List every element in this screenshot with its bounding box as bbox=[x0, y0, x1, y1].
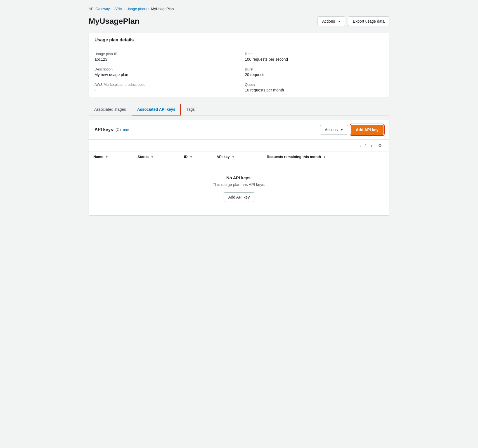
table-body: No API keys. This usage plan has API key… bbox=[89, 162, 389, 216]
sort-api-key-icon: ▼ bbox=[232, 155, 235, 159]
tabs-container: Associated stages Associated API keys Ta… bbox=[89, 104, 389, 115]
detail-rate: Rate 100 requests per second bbox=[245, 52, 384, 62]
detail-value-usage-plan-id: abc123 bbox=[94, 57, 233, 62]
pagination-next-button[interactable]: › bbox=[369, 142, 374, 149]
detail-label-marketplace-code: AWS Marketplace product code bbox=[94, 82, 233, 87]
card-body: Usage plan ID abc123 Description My new … bbox=[89, 47, 389, 97]
detail-value-quota: 10 requests per month bbox=[245, 88, 384, 92]
actions-dropdown-arrow: ▼ bbox=[338, 20, 340, 23]
detail-value-description: My new usage plan bbox=[94, 72, 233, 77]
detail-description: Description My new usage plan bbox=[94, 67, 233, 77]
col-requests-remaining[interactable]: Requests remaining this month ▼ bbox=[262, 152, 389, 162]
detail-usage-plan-id: Usage plan ID abc123 bbox=[94, 52, 233, 62]
detail-label-rate: Rate bbox=[245, 52, 384, 56]
empty-state-add-button[interactable]: Add API key bbox=[224, 192, 254, 202]
api-keys-title: API keys bbox=[94, 127, 113, 132]
table-header: Name ▼ Status ▼ ID ▼ API key bbox=[89, 152, 389, 162]
detail-value-burst: 20 requests bbox=[245, 72, 384, 77]
tab-associated-stages[interactable]: Associated stages bbox=[89, 104, 132, 115]
breadcrumb-usage-plans[interactable]: Usage plans bbox=[126, 7, 146, 11]
chevron-left-icon: ‹ bbox=[359, 143, 361, 148]
col-status[interactable]: Status ▼ bbox=[133, 152, 179, 162]
detail-value-marketplace-code: - bbox=[94, 88, 233, 92]
breadcrumb-sep-2: › bbox=[124, 7, 125, 11]
tabs: Associated stages Associated API keys Ta… bbox=[89, 104, 389, 115]
sort-status-icon: ▼ bbox=[151, 155, 153, 159]
breadcrumb: API Gateway › APIs › Usage plans › MyUsa… bbox=[89, 7, 389, 11]
header-actions: Actions ▼ Export usage data bbox=[318, 16, 389, 26]
tab-associated-api-keys[interactable]: Associated API keys bbox=[132, 104, 181, 115]
col-id[interactable]: ID ▼ bbox=[179, 152, 212, 162]
breadcrumb-sep-3: › bbox=[148, 7, 150, 11]
empty-state-cell: No API keys. This usage plan has API key… bbox=[89, 162, 389, 216]
page-title: MyUsagePlan bbox=[89, 17, 139, 26]
breadcrumb-sep-1: › bbox=[112, 7, 113, 11]
add-api-key-button[interactable]: Add API key bbox=[351, 125, 384, 135]
api-keys-section: API keys (0) Info Actions ▼ Add API key … bbox=[89, 120, 389, 216]
empty-state-title: No API keys. bbox=[94, 175, 384, 180]
detail-quota: Quota 10 requests per month bbox=[245, 82, 384, 92]
sort-requests-icon: ▼ bbox=[323, 155, 326, 159]
breadcrumb-current: MyUsagePlan bbox=[151, 7, 174, 11]
pagination-row: ‹ 1 › ⚙ bbox=[89, 140, 389, 152]
details-grid: Usage plan ID abc123 Description My new … bbox=[89, 47, 389, 97]
section-header: API keys (0) Info Actions ▼ Add API key bbox=[89, 120, 389, 140]
settings-icon: ⚙ bbox=[378, 143, 382, 148]
info-link[interactable]: Info bbox=[123, 128, 129, 132]
detail-label-quota: Quota bbox=[245, 82, 384, 87]
detail-label-usage-plan-id: Usage plan ID bbox=[94, 52, 233, 56]
detail-burst: Burst 20 requests bbox=[245, 67, 384, 77]
detail-marketplace-code: AWS Marketplace product code - bbox=[94, 82, 233, 92]
detail-label-description: Description bbox=[94, 67, 233, 71]
empty-state: No API keys. This usage plan has API key… bbox=[89, 162, 389, 215]
api-keys-table: Name ▼ Status ▼ ID ▼ API key bbox=[89, 152, 389, 215]
table-container: Name ▼ Status ▼ ID ▼ API key bbox=[89, 152, 389, 215]
sort-name-icon: ▼ bbox=[105, 155, 108, 159]
card-header: Usage plan details bbox=[89, 33, 389, 47]
details-col-right: Rate 100 requests per second Burst 20 re… bbox=[239, 47, 389, 97]
export-usage-data-button[interactable]: Export usage data bbox=[348, 16, 389, 26]
breadcrumb-api-gateway[interactable]: API Gateway bbox=[89, 7, 110, 11]
section-actions: Actions ▼ Add API key bbox=[320, 125, 384, 135]
breadcrumb-apis[interactable]: APIs bbox=[114, 7, 122, 11]
col-api-key[interactable]: API key ▼ bbox=[212, 152, 262, 162]
pagination-current: 1 bbox=[365, 143, 367, 148]
pagination-prev-button[interactable]: ‹ bbox=[358, 142, 363, 149]
empty-state-description: This usage plan has API keys. bbox=[94, 182, 384, 187]
detail-label-burst: Burst bbox=[245, 67, 384, 71]
sort-id-icon: ▼ bbox=[190, 155, 193, 159]
section-title-group: API keys (0) Info bbox=[94, 127, 129, 132]
actions-button[interactable]: Actions ▼ bbox=[318, 16, 346, 26]
api-keys-actions-arrow: ▼ bbox=[340, 128, 343, 131]
page-header: MyUsagePlan Actions ▼ Export usage data bbox=[89, 16, 389, 26]
detail-value-rate: 100 requests per second bbox=[245, 57, 384, 62]
api-keys-actions-button[interactable]: Actions ▼ bbox=[320, 125, 348, 135]
table-settings-button[interactable]: ⚙ bbox=[376, 142, 384, 149]
details-col-left: Usage plan ID abc123 Description My new … bbox=[89, 47, 239, 97]
card-title: Usage plan details bbox=[94, 37, 134, 42]
usage-plan-details-card: Usage plan details Usage plan ID abc123 … bbox=[89, 33, 389, 97]
page-container: API Gateway › APIs › Usage plans › MyUsa… bbox=[80, 0, 398, 222]
api-keys-count: (0) bbox=[115, 127, 121, 132]
col-name[interactable]: Name ▼ bbox=[89, 152, 133, 162]
tab-tags[interactable]: Tags bbox=[181, 104, 200, 115]
chevron-right-icon: › bbox=[371, 143, 372, 148]
